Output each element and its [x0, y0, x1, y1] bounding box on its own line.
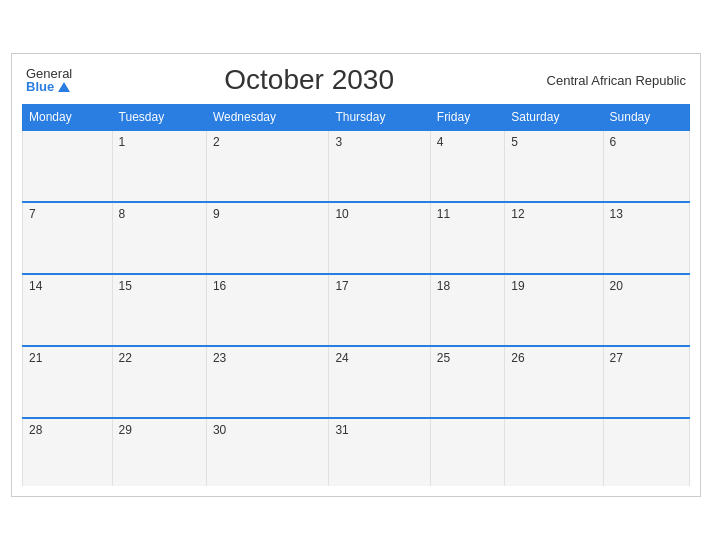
- day-number: 22: [119, 351, 132, 365]
- calendar-cell: 30: [206, 418, 329, 486]
- day-number: 31: [335, 423, 348, 437]
- week-row-3: 14151617181920: [23, 274, 690, 346]
- logo-triangle-icon: [58, 82, 70, 92]
- calendar-cell: 17: [329, 274, 430, 346]
- calendar-cell: [23, 130, 113, 202]
- day-number: 8: [119, 207, 126, 221]
- calendar-cell: [505, 418, 603, 486]
- day-number: 16: [213, 279, 226, 293]
- day-number: 2: [213, 135, 220, 149]
- calendar-cell: 11: [430, 202, 505, 274]
- calendar-header: General Blue October 2030 Central Africa…: [22, 64, 690, 96]
- day-number: 6: [610, 135, 617, 149]
- weekday-header-friday: Friday: [430, 105, 505, 131]
- calendar-cell: 28: [23, 418, 113, 486]
- day-number: 11: [437, 207, 450, 221]
- day-number: 10: [335, 207, 348, 221]
- day-number: 9: [213, 207, 220, 221]
- calendar-cell: 18: [430, 274, 505, 346]
- weekday-header-row: MondayTuesdayWednesdayThursdayFridaySatu…: [23, 105, 690, 131]
- day-number: 7: [29, 207, 36, 221]
- weekday-header-sunday: Sunday: [603, 105, 689, 131]
- logo: General Blue: [26, 67, 72, 93]
- calendar-cell: 15: [112, 274, 206, 346]
- calendar-cell: [430, 418, 505, 486]
- calendar-cell: 4: [430, 130, 505, 202]
- week-row-1: 123456: [23, 130, 690, 202]
- day-number: 15: [119, 279, 132, 293]
- day-number: 27: [610, 351, 623, 365]
- calendar-cell: 12: [505, 202, 603, 274]
- calendar-cell: 24: [329, 346, 430, 418]
- day-number: 29: [119, 423, 132, 437]
- calendar-title: October 2030: [72, 64, 546, 96]
- day-number: 28: [29, 423, 42, 437]
- calendar-cell: [603, 418, 689, 486]
- calendar-cell: 29: [112, 418, 206, 486]
- day-number: 14: [29, 279, 42, 293]
- logo-blue-text: Blue: [26, 80, 70, 93]
- day-number: 24: [335, 351, 348, 365]
- weekday-header-wednesday: Wednesday: [206, 105, 329, 131]
- day-number: 23: [213, 351, 226, 365]
- day-number: 3: [335, 135, 342, 149]
- weekday-header-thursday: Thursday: [329, 105, 430, 131]
- day-number: 21: [29, 351, 42, 365]
- calendar-cell: 3: [329, 130, 430, 202]
- calendar-grid: MondayTuesdayWednesdayThursdayFridaySatu…: [22, 104, 690, 486]
- calendar-cell: 8: [112, 202, 206, 274]
- calendar-cell: 10: [329, 202, 430, 274]
- calendar-cell: 19: [505, 274, 603, 346]
- day-number: 30: [213, 423, 226, 437]
- calendar-cell: 23: [206, 346, 329, 418]
- calendar-cell: 9: [206, 202, 329, 274]
- weekday-header-saturday: Saturday: [505, 105, 603, 131]
- calendar-cell: 5: [505, 130, 603, 202]
- calendar-cell: 21: [23, 346, 113, 418]
- calendar-cell: 27: [603, 346, 689, 418]
- day-number: 25: [437, 351, 450, 365]
- week-row-4: 21222324252627: [23, 346, 690, 418]
- calendar-cell: 1: [112, 130, 206, 202]
- calendar-cell: 26: [505, 346, 603, 418]
- day-number: 20: [610, 279, 623, 293]
- calendar-cell: 20: [603, 274, 689, 346]
- week-row-5: 28293031: [23, 418, 690, 486]
- weekday-header-tuesday: Tuesday: [112, 105, 206, 131]
- week-row-2: 78910111213: [23, 202, 690, 274]
- calendar-cell: 31: [329, 418, 430, 486]
- calendar-cell: 25: [430, 346, 505, 418]
- day-number: 19: [511, 279, 524, 293]
- day-number: 18: [437, 279, 450, 293]
- calendar-region: Central African Republic: [546, 73, 686, 88]
- day-number: 26: [511, 351, 524, 365]
- day-number: 17: [335, 279, 348, 293]
- weekday-header-monday: Monday: [23, 105, 113, 131]
- day-number: 1: [119, 135, 126, 149]
- day-number: 4: [437, 135, 444, 149]
- calendar-cell: 6: [603, 130, 689, 202]
- day-number: 5: [511, 135, 518, 149]
- calendar-cell: 7: [23, 202, 113, 274]
- calendar-cell: 13: [603, 202, 689, 274]
- calendar-container: General Blue October 2030 Central Africa…: [11, 53, 701, 497]
- calendar-cell: 14: [23, 274, 113, 346]
- day-number: 12: [511, 207, 524, 221]
- calendar-cell: 22: [112, 346, 206, 418]
- calendar-cell: 16: [206, 274, 329, 346]
- calendar-cell: 2: [206, 130, 329, 202]
- day-number: 13: [610, 207, 623, 221]
